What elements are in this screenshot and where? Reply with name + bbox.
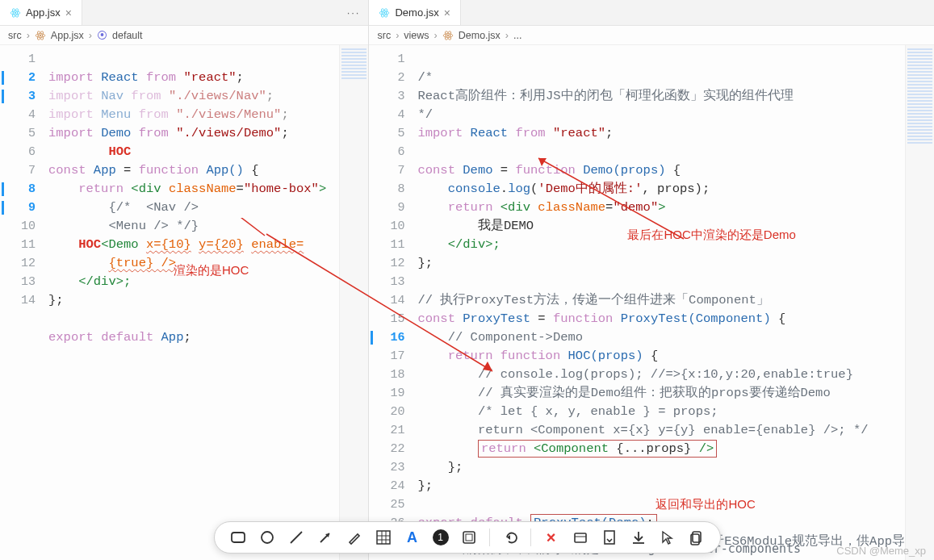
pencil-tool-icon[interactable] xyxy=(346,529,363,546)
react-icon xyxy=(10,7,21,19)
counter-tool-icon[interactable]: 1 xyxy=(433,529,449,545)
react-icon xyxy=(442,30,454,41)
symbol-icon: ⦿ xyxy=(97,30,107,41)
react-icon xyxy=(35,30,46,41)
svg-point-0 xyxy=(15,11,16,13)
line-tool-icon[interactable] xyxy=(287,529,305,546)
tab-app-jsx[interactable]: App.jsx × xyxy=(0,0,82,25)
crumb-src: src xyxy=(8,30,22,41)
circle-tool-icon[interactable] xyxy=(258,529,276,546)
right-breadcrumb[interactable]: src › views › Demo.jsx › ... xyxy=(369,26,934,45)
text-tool-icon[interactable]: A xyxy=(404,529,421,546)
minimap[interactable] xyxy=(905,45,934,560)
minimap[interactable] xyxy=(339,45,368,560)
svg-point-4 xyxy=(40,34,41,36)
watermark: CSDN @Meme_xp xyxy=(836,545,926,557)
right-gutter: 123 456 789 101112 131415 161718 192021 … xyxy=(369,45,414,560)
left-code[interactable]: import React from "react"; import Nav fr… xyxy=(45,45,339,560)
chevron-icon: › xyxy=(505,30,509,41)
svg-rect-32 xyxy=(466,534,472,541)
crumb-symbol: ... xyxy=(513,30,521,41)
right-code[interactable]: /* React高阶组件：利用JS中的闭包「柯理化函数」实现的组件代理 */ i… xyxy=(414,45,905,560)
chevron-icon: › xyxy=(434,30,438,41)
svg-rect-26 xyxy=(377,531,390,544)
arrow-tool-icon[interactable] xyxy=(316,529,334,546)
annotation-toolbar: A 1 × xyxy=(214,521,721,554)
sticker-tool-icon[interactable] xyxy=(460,529,478,546)
right-editor-pane: Demo.jsx × src › views › Demo.jsx › ... … xyxy=(369,0,934,560)
left-editor-pane: App.jsx × ··· src › App.jsx › ⦿ default … xyxy=(0,0,369,560)
react-icon xyxy=(379,7,390,19)
pin-window-icon[interactable] xyxy=(572,529,589,546)
crumb-views: views xyxy=(404,30,429,41)
tab-label: App.jsx xyxy=(26,6,61,19)
copy-icon[interactable] xyxy=(688,529,706,546)
chevron-icon: › xyxy=(89,30,92,41)
chevron-icon: › xyxy=(396,30,399,41)
tab-label: Demo.jsx xyxy=(395,6,438,19)
mosaic-tool-icon[interactable] xyxy=(375,529,392,546)
left-tabbar: App.jsx × ··· xyxy=(0,0,368,26)
download-icon[interactable] xyxy=(630,529,647,546)
separator xyxy=(489,529,490,546)
svg-rect-31 xyxy=(463,532,475,543)
crumb-file: App.jsx xyxy=(51,30,84,41)
close-icon[interactable]: × xyxy=(444,6,450,19)
svg-point-8 xyxy=(383,11,385,13)
chevron-icon: › xyxy=(27,30,30,41)
svg-point-12 xyxy=(447,34,449,36)
rect-tool-icon[interactable] xyxy=(229,529,247,546)
left-breadcrumb[interactable]: src › App.jsx › ⦿ default xyxy=(0,26,368,45)
scroll-capture-icon[interactable] xyxy=(601,529,618,546)
left-gutter: 1 2 3 4 5 6 7 8 9 10 11 12 13 14 xyxy=(0,45,45,560)
svg-point-22 xyxy=(262,532,273,543)
close-icon[interactable]: × xyxy=(542,529,560,546)
more-icon[interactable]: ··· xyxy=(347,6,361,19)
right-tabbar: Demo.jsx × xyxy=(369,0,934,26)
crumb-src: src xyxy=(377,30,391,41)
svg-line-23 xyxy=(291,532,302,543)
crumb-symbol: default xyxy=(112,30,143,41)
close-icon[interactable]: × xyxy=(65,6,72,19)
tab-demo-jsx[interactable]: Demo.jsx × xyxy=(369,0,460,25)
svg-rect-34 xyxy=(575,533,586,542)
separator xyxy=(530,529,531,546)
undo-icon[interactable] xyxy=(501,529,519,546)
crumb-file: Demo.jsx xyxy=(459,30,501,41)
cursor-icon[interactable] xyxy=(659,529,676,546)
svg-rect-21 xyxy=(232,533,245,542)
